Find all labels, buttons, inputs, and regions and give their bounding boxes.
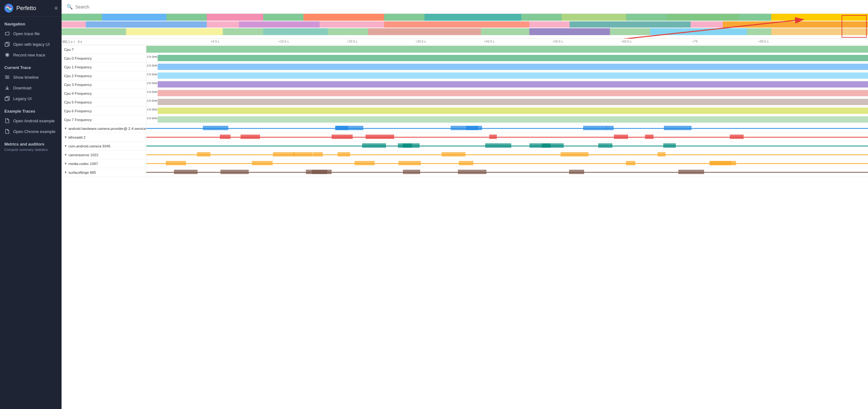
- track-content-com-android-camera[interactable]: [146, 142, 868, 150]
- track-label-android-camera: ▼android.hardware.camera.provider@ 2.4-s…: [62, 124, 146, 133]
- process-blip: [561, 152, 588, 157]
- app-logo: [4, 3, 14, 13]
- track-label-cpu2-freq: Cpu 2 Frequency: [62, 71, 146, 80]
- chrome-doc-icon: [4, 129, 10, 134]
- process-blip: [203, 126, 228, 130]
- android-doc-icon: [4, 118, 10, 124]
- process-blip: [273, 152, 294, 157]
- search-input[interactable]: [75, 4, 863, 9]
- track-chevron[interactable]: ▼: [64, 162, 67, 165]
- track-content-cpu2-freq[interactable]: 2.5 GHz: [146, 71, 868, 80]
- freq-value-label: 2.5 GHz: [147, 99, 157, 102]
- track-content-cpu7[interactable]: [146, 45, 868, 54]
- process-blip: [458, 170, 487, 174]
- track-content-cpu4-freq[interactable]: 2.5 GHz: [146, 89, 868, 98]
- track-row[interactable]: Cpu 2 Frequency2.5 GHz: [62, 71, 868, 80]
- track-row[interactable]: Cpu 1 Frequency2.5 GHz: [62, 63, 868, 71]
- process-line: [146, 154, 868, 155]
- menu-icon[interactable]: ≡: [54, 5, 58, 11]
- process-blip: [197, 152, 210, 157]
- track-chevron[interactable]: ▼: [64, 136, 67, 139]
- download-icon: [4, 85, 10, 91]
- ruler-tick-label: +79: [692, 40, 698, 43]
- sidebar-item-download[interactable]: Download: [0, 82, 62, 93]
- sidebar-item-open-android-example[interactable]: Open Android example: [0, 115, 62, 126]
- track-content-cpu5-freq[interactable]: 2.5 GHz: [146, 98, 868, 106]
- track-chevron[interactable]: ▼: [64, 144, 67, 148]
- track-content-media-codec[interactable]: [146, 159, 868, 168]
- tracks-body[interactable]: Cpu 7Cpu 0 Frequency2.5 GHzCpu 1 Frequen…: [62, 45, 868, 409]
- track-row[interactable]: ▼kthreadd 2: [62, 133, 868, 142]
- track-row[interactable]: Cpu 7: [62, 45, 868, 54]
- svg-rect-24: [86, 21, 207, 28]
- search-icon: 🔍: [67, 4, 73, 10]
- freq-bar: [158, 116, 868, 123]
- freq-bar: [158, 72, 868, 79]
- ruler-tick-label: +69.9 s: [621, 40, 631, 43]
- process-blip: [354, 161, 375, 165]
- track-chevron[interactable]: ▼: [64, 153, 67, 157]
- svg-rect-16: [102, 14, 166, 21]
- track-row[interactable]: Cpu 7 Frequency2.5 GHz: [62, 115, 868, 124]
- timeline-offset-label: 950.1 s + 0 s: [62, 40, 83, 44]
- sidebar-item-open-chrome-example[interactable]: Open Chrome example: [0, 126, 62, 137]
- track-label-text: Cpu 1 Frequency: [64, 65, 92, 69]
- process-blip: [403, 170, 420, 174]
- track-label-com-android-camera: ▼com.android.camera 9345: [62, 142, 146, 150]
- track-row[interactable]: ▼android.hardware.camera.provider@ 2.4-s…: [62, 124, 868, 133]
- freq-bar: [158, 55, 868, 61]
- process-blip: [441, 152, 465, 157]
- legacy-ui-label: Legacy UI: [13, 96, 32, 101]
- track-content-cpu7-freq[interactable]: 2.5 GHz: [146, 115, 868, 124]
- sidebar-item-open-legacy-ui[interactable]: Open with legacy UI: [0, 39, 62, 49]
- track-chevron[interactable]: ▼: [64, 127, 67, 130]
- svg-rect-2: [5, 43, 8, 46]
- track-row[interactable]: ▼surfaceflinge 865: [62, 168, 868, 177]
- svg-rect-18: [303, 14, 384, 21]
- track-content-cpu0-freq[interactable]: 2.5 GHz: [146, 54, 868, 62]
- open-android-example-label: Open Android example: [13, 118, 55, 123]
- track-row[interactable]: ▼media.codec 1097: [62, 159, 868, 168]
- track-row[interactable]: Cpu 5 Frequency2.5 GHz: [62, 98, 868, 107]
- track-label-media-codec: ▼media.codec 1097: [62, 159, 146, 168]
- ruler-tick-label: +39.9 s: [415, 40, 426, 43]
- track-label-text: Cpu 7 Frequency: [64, 118, 92, 122]
- track-label-cameraserve: ▼cameraserve 1022: [62, 150, 146, 159]
- track-content-cpu3-freq[interactable]: 2.5 GHz: [146, 80, 868, 89]
- process-blip: [598, 143, 612, 148]
- track-label-cpu5-freq: Cpu 5 Frequency: [62, 98, 146, 106]
- track-content-android-camera[interactable]: [146, 124, 868, 133]
- track-label-text: Cpu 6 Frequency: [64, 109, 92, 113]
- track-chevron[interactable]: ▼: [64, 171, 67, 174]
- freq-value-label: 2.5 GHz: [147, 73, 157, 76]
- track-row[interactable]: Cpu 3 Frequency2.5 GHz: [62, 80, 868, 89]
- sidebar-item-legacy-ui[interactable]: Legacy UI: [0, 93, 62, 104]
- track-row[interactable]: ▼cameraserve 1022: [62, 150, 868, 159]
- track-label-text: Cpu 7: [64, 48, 74, 52]
- overview-strip[interactable]: [62, 14, 868, 39]
- track-content-cpu1-freq[interactable]: 2.5 GHz: [146, 63, 868, 71]
- track-content-cpu6-freq[interactable]: 2.5 GHz: [146, 107, 868, 115]
- sidebar-item-record-new-trace[interactable]: Record new trace: [0, 49, 62, 60]
- track-label-surfaceflinge: ▼surfaceflinge 865: [62, 168, 146, 177]
- freq-value-label: 2.5 GHz: [147, 64, 157, 67]
- sidebar-item-open-trace-file[interactable]: Open trace file: [0, 28, 62, 39]
- freq-bar: [158, 99, 868, 105]
- freq-value-label: 2.5 GHz: [147, 55, 157, 58]
- download-label: Download: [13, 86, 31, 90]
- process-blip: [220, 170, 249, 174]
- track-row[interactable]: Cpu 0 Frequency2.5 GHz: [62, 54, 868, 63]
- svg-rect-13: [5, 97, 8, 101]
- track-content-kthreadd[interactable]: [146, 133, 868, 141]
- process-blip: [312, 170, 332, 174]
- track-content-surfaceflinge[interactable]: [146, 168, 868, 177]
- track-label-text: com.android.camera 9345: [68, 144, 111, 148]
- ruler-ticks-container: +9.9 s+19.9 s+29.9 s+39.9 s+49.9 s+59.9 …: [146, 39, 868, 45]
- track-content-cameraserve[interactable]: [146, 150, 868, 159]
- radio-icon: [4, 52, 10, 58]
- track-row[interactable]: ▼com.android.camera 9345: [62, 142, 868, 150]
- track-row[interactable]: Cpu 4 Frequency2.5 GHz: [62, 89, 868, 98]
- sidebar-item-show-timeline[interactable]: Show timeline: [0, 72, 62, 82]
- open-chrome-example-label: Open Chrome example: [13, 129, 55, 134]
- track-row[interactable]: Cpu 6 Frequency2.5 GHz: [62, 107, 868, 115]
